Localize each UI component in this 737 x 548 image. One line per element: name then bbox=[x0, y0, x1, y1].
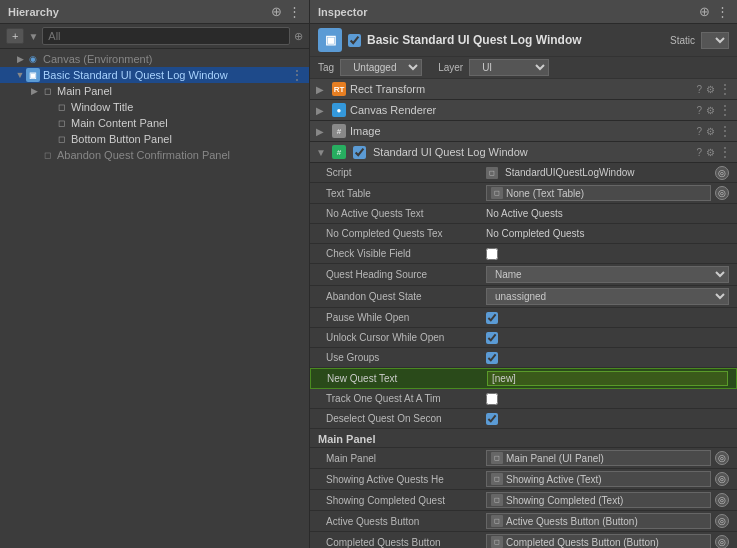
search-input[interactable] bbox=[42, 27, 290, 45]
lock-icon[interactable]: ⊕ bbox=[271, 4, 282, 19]
inspector-header: Inspector ⊕ ⋮ bbox=[310, 0, 737, 24]
showing-completed-select[interactable]: ◎ bbox=[715, 493, 729, 507]
tree-item-window-title[interactable]: ◻ Window Title bbox=[0, 99, 309, 115]
no-active-quests-text: No Active Quests bbox=[486, 208, 563, 219]
main-panel-select[interactable]: ◎ bbox=[715, 451, 729, 465]
object-name: Basic Standard UI Quest Log Window bbox=[367, 33, 664, 47]
static-label: Static bbox=[670, 35, 695, 46]
hierarchy-toolbar: + ▼ ⊕ bbox=[0, 24, 309, 49]
showing-completed-text: Showing Completed (Text) bbox=[506, 495, 623, 506]
showing-active-icon: ◻ bbox=[491, 473, 503, 485]
canvas-renderer-icon: ● bbox=[332, 103, 346, 117]
active-quests-btn-text: Active Quests Button (Button) bbox=[506, 516, 638, 527]
rect-transform-dots[interactable]: ⋮ bbox=[719, 82, 731, 96]
layer-dropdown[interactable]: UI bbox=[469, 59, 549, 76]
active-quests-btn-icon: ◻ bbox=[491, 515, 503, 527]
main-content-icon: ◻ bbox=[54, 116, 68, 130]
quest-heading-dropdown[interactable]: Name bbox=[486, 266, 729, 283]
prop-new-quest-label: New Quest Text bbox=[327, 373, 487, 384]
quest-log-arrow: ▼ bbox=[316, 147, 328, 158]
tree-item-main-panel[interactable]: ▶ ◻ Main Panel bbox=[0, 83, 309, 99]
quest-log-help[interactable]: ? bbox=[696, 147, 702, 158]
prop-unlock-value bbox=[486, 332, 729, 344]
prop-no-active-quests-value: No Active Quests bbox=[486, 208, 729, 219]
tag-label: Tag bbox=[318, 62, 334, 73]
abandon-state-dropdown[interactable]: unassigned bbox=[486, 288, 729, 305]
prop-no-completed-label: No Completed Quests Tex bbox=[326, 228, 486, 239]
prop-check-visible: Check Visible Field bbox=[310, 244, 737, 264]
add-button[interactable]: + bbox=[6, 28, 24, 44]
canvas-renderer-settings[interactable]: ⚙ bbox=[706, 105, 715, 116]
prop-active-quests-btn-label: Active Quests Button bbox=[326, 516, 486, 527]
active-quests-btn-select[interactable]: ◎ bbox=[715, 514, 729, 528]
inspector-more-icon[interactable]: ⋮ bbox=[716, 4, 729, 19]
search-clear-icon[interactable]: ⊕ bbox=[294, 30, 303, 43]
tree-item-basic-quest[interactable]: ▼ ▣ Basic Standard UI Quest Log Window ⋮ bbox=[0, 67, 309, 83]
track-one-checkbox[interactable] bbox=[486, 393, 498, 405]
hierarchy-tree: ▶ ◉ Canvas (Environment) ▼ ▣ Basic Stand… bbox=[0, 49, 309, 548]
quest-log-settings[interactable]: ⚙ bbox=[706, 147, 715, 158]
tree-item-bottom-button[interactable]: ◻ Bottom Button Panel bbox=[0, 131, 309, 147]
main-content-label: Main Content Panel bbox=[71, 117, 168, 129]
prop-pause-label: Pause While Open bbox=[326, 312, 486, 323]
tree-item-abandon-quest[interactable]: ◻ Abandon Quest Confirmation Panel bbox=[0, 147, 309, 163]
completed-quests-btn-select[interactable]: ◎ bbox=[715, 535, 729, 548]
tree-item-main-content[interactable]: ◻ Main Content Panel bbox=[0, 115, 309, 131]
quest-log-dots[interactable]: ⋮ bbox=[719, 145, 731, 159]
canvas-renderer-dots[interactable]: ⋮ bbox=[719, 103, 731, 117]
canvas-icon: ◉ bbox=[26, 52, 40, 66]
more-icon[interactable]: ⋮ bbox=[288, 4, 301, 19]
canvas-renderer-help[interactable]: ? bbox=[696, 105, 702, 116]
script-icon: ◻ bbox=[486, 167, 498, 179]
unlock-cursor-checkbox[interactable] bbox=[486, 332, 498, 344]
bottom-button-icon: ◻ bbox=[54, 132, 68, 146]
text-table-select[interactable]: ◎ bbox=[715, 186, 729, 200]
prop-track-one-quest: Track One Quest At A Tim bbox=[310, 389, 737, 409]
prop-unlock-label: Unlock Cursor While Open bbox=[326, 332, 486, 343]
bottom-button-label: Bottom Button Panel bbox=[71, 133, 172, 145]
quest-log-checkbox[interactable] bbox=[353, 146, 366, 159]
prop-showing-completed-label: Showing Completed Quest bbox=[326, 495, 486, 506]
check-visible-checkbox[interactable] bbox=[486, 248, 498, 260]
prop-quest-heading: Quest Heading Source Name bbox=[310, 264, 737, 286]
prop-deselect-quest: Deselect Quest On Secon bbox=[310, 409, 737, 429]
image-dots[interactable]: ⋮ bbox=[719, 124, 731, 138]
canvas-renderer-header[interactable]: ▶ ● Canvas Renderer ? ⚙ ⋮ bbox=[310, 100, 737, 121]
showing-active-text: Showing Active (Text) bbox=[506, 474, 602, 485]
rect-transform-help[interactable]: ? bbox=[696, 84, 702, 95]
basic-quest-dots[interactable]: ⋮ bbox=[291, 68, 303, 82]
showing-active-select[interactable]: ◎ bbox=[715, 472, 729, 486]
abandon-quest-icon: ◻ bbox=[40, 148, 54, 162]
deselect-checkbox[interactable] bbox=[486, 413, 498, 425]
new-quest-input[interactable] bbox=[487, 371, 728, 386]
object-header: ▣ Basic Standard UI Quest Log Window Sta… bbox=[310, 24, 737, 57]
rect-transform-settings[interactable]: ⚙ bbox=[706, 84, 715, 95]
image-header[interactable]: ▶ # Image ? ⚙ ⋮ bbox=[310, 121, 737, 142]
prop-no-active-quests-label: No Active Quests Text bbox=[326, 208, 486, 219]
tag-dropdown[interactable]: Untagged bbox=[340, 59, 422, 76]
no-completed-text: No Completed Quests bbox=[486, 228, 584, 239]
ui-icon-basic: ▣ bbox=[26, 68, 40, 82]
prop-new-quest-text: New Quest Text bbox=[310, 368, 737, 389]
prop-script-select[interactable]: ◎ bbox=[715, 166, 729, 180]
main-panel-ref-icon: ◻ bbox=[491, 452, 503, 464]
completed-quests-btn-text: Completed Quests Button (Button) bbox=[506, 537, 659, 548]
image-settings[interactable]: ⚙ bbox=[706, 126, 715, 137]
tree-item-canvas-env[interactable]: ▶ ◉ Canvas (Environment) bbox=[0, 51, 309, 67]
prop-completed-quests-label: Completed Quests Button bbox=[326, 537, 486, 548]
quest-log-comp-header[interactable]: ▼ # Standard UI Quest Log Window ? ⚙ ⋮ bbox=[310, 142, 737, 163]
prop-showing-active-label: Showing Active Quests He bbox=[326, 474, 486, 485]
image-help[interactable]: ? bbox=[696, 126, 702, 137]
prop-use-groups-value bbox=[486, 352, 729, 364]
object-active-checkbox[interactable] bbox=[348, 34, 361, 47]
hierarchy-title: Hierarchy bbox=[8, 6, 59, 18]
tag-layer-row: Tag Untagged Layer UI bbox=[310, 57, 737, 79]
showing-completed-icon: ◻ bbox=[491, 494, 503, 506]
window-title-label: Window Title bbox=[71, 101, 133, 113]
use-groups-checkbox[interactable] bbox=[486, 352, 498, 364]
prop-check-visible-value[interactable] bbox=[486, 248, 729, 260]
inspector-lock-icon[interactable]: ⊕ bbox=[699, 4, 710, 19]
rect-transform-header[interactable]: ▶ RT Rect Transform ? ⚙ ⋮ bbox=[310, 79, 737, 100]
static-dropdown[interactable] bbox=[701, 32, 729, 49]
pause-checkbox[interactable] bbox=[486, 312, 498, 324]
